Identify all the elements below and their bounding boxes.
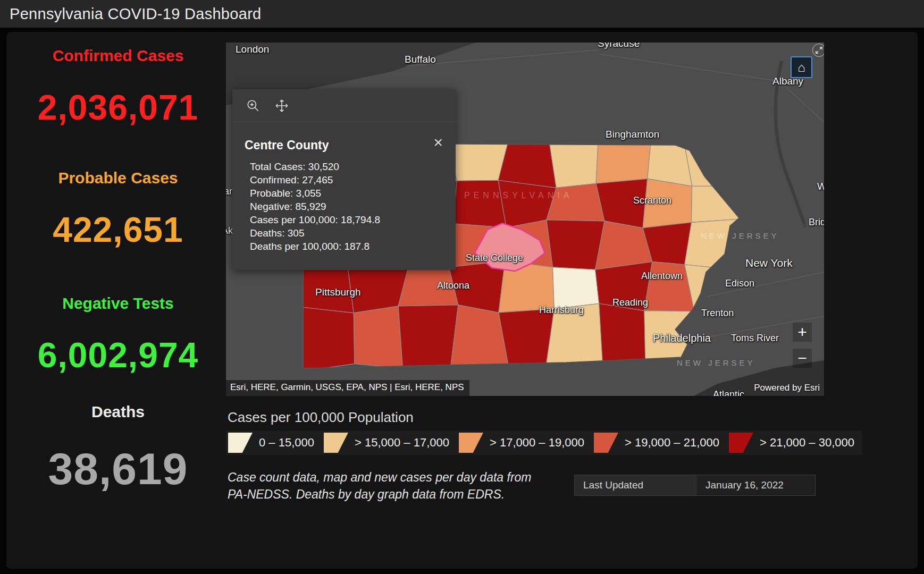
stat-negative-tests: Negative Tests 6,002,974	[10, 294, 226, 375]
app-header: Pennsylvania COVID-19 Dashboard	[0, 0, 924, 28]
zoom-out-button[interactable]: −	[793, 349, 812, 368]
map-city-label: Brid	[809, 217, 824, 228]
expand-icon	[815, 46, 823, 54]
legend-label: > 15,000 – 17,000	[355, 436, 449, 450]
map-popup: Centre County × Total Cases: 30,520 Conf…	[232, 89, 456, 270]
legend-item: 0 – 15,000	[226, 430, 322, 455]
last-updated-label: Last Updated	[575, 475, 697, 495]
home-button[interactable]: ⌂	[791, 56, 812, 78]
map-city-label: W	[817, 181, 824, 192]
stat-label: Negative Tests	[10, 294, 226, 313]
stat-value: 38,619	[10, 443, 226, 495]
close-icon[interactable]: ×	[433, 136, 443, 149]
map-city-label: Toms River	[731, 333, 779, 344]
map-city-label: London	[236, 44, 269, 55]
popup-stat-line: Probable: 3,055	[250, 187, 456, 200]
stat-label: Deaths	[10, 403, 226, 421]
map-city-label: Atlantic	[713, 389, 744, 396]
data-source-note: Case count data, map and new cases per d…	[228, 469, 539, 503]
stat-probable-cases: Probable Cases 422,651	[10, 169, 226, 250]
legend-swatch	[729, 433, 753, 453]
map-city-label: New York	[745, 257, 793, 269]
popup-stat-line: Confirmed: 27,465	[250, 173, 456, 187]
legend-swatch	[228, 433, 253, 453]
map-city-label: Allentown	[641, 271, 683, 282]
legend-title: Cases per 100,000 Population	[228, 409, 414, 426]
map-city-label: Philadelphia	[653, 332, 711, 344]
popup-title: Centre County	[245, 138, 329, 153]
stat-deaths: Deaths 38,619	[10, 403, 226, 495]
legend-item: > 15,000 – 17,000	[322, 430, 457, 455]
popup-stat-line: Cases per 100,000: 18,794.8	[250, 213, 456, 226]
popup-stat-line: Deaths: 305	[250, 226, 456, 240]
stat-value: 422,651	[10, 209, 226, 250]
popup-stat-line: Negative: 85,929	[250, 200, 456, 213]
stat-confirmed-cases: Confirmed Cases 2,036,071	[10, 47, 226, 128]
stat-label: Probable Cases	[10, 169, 226, 187]
popup-stat-line: Deaths per 100,000: 187.8	[250, 240, 456, 253]
zoom-to-icon[interactable]	[246, 99, 260, 113]
last-updated: Last Updated January 16, 2022	[574, 475, 816, 496]
home-icon: ⌂	[797, 60, 805, 75]
stat-value: 6,002,974	[10, 335, 226, 375]
popup-stat-line: Total Cases: 30,520	[250, 160, 456, 173]
map-attribution: Esri, HERE, Garmin, USGS, EPA, NPS | Esr…	[226, 380, 469, 396]
legend-label: > 19,000 – 21,000	[625, 436, 719, 450]
map-city-label: Reading	[612, 297, 648, 308]
map-city-label: Altoona	[437, 280, 469, 291]
map-city-label: Harrisburg	[539, 305, 584, 316]
region-label-new-jersey: NEW JERSEY	[701, 231, 779, 240]
legend-label: > 21,000 – 30,000	[760, 436, 854, 450]
pan-icon[interactable]	[275, 99, 289, 113]
stat-value: 2,036,071	[10, 87, 226, 128]
zoom-in-button[interactable]: +	[793, 323, 812, 342]
expand-button[interactable]	[812, 44, 824, 57]
legend-item: > 21,000 – 30,000	[727, 430, 862, 455]
legend-swatch	[324, 433, 348, 453]
map-city-label: Binghamton	[606, 129, 659, 140]
map-city-label: Trenton	[701, 308, 734, 319]
map-city-label: Scranton	[633, 195, 671, 206]
legend-item: > 19,000 – 21,000	[592, 430, 727, 455]
legend-swatch	[594, 433, 618, 453]
popup-stats: Total Cases: 30,520 Confirmed: 27,465 Pr…	[232, 153, 456, 253]
popup-toolbar	[232, 89, 456, 122]
state-name-label: PENNSYLVANIA	[464, 191, 573, 200]
last-updated-value: January 16, 2022	[697, 475, 815, 495]
map-city-label: Buffalo	[405, 54, 436, 65]
stat-label: Confirmed Cases	[10, 47, 226, 65]
legend-label: 0 – 15,000	[259, 436, 314, 450]
map-city-label: Edison	[725, 278, 754, 289]
legend-item: > 17,000 – 19,000	[457, 430, 592, 455]
map-city-label: Pittsburgh	[315, 286, 361, 298]
map-city-label: Syracuse	[598, 43, 640, 49]
map-city-label: State College	[466, 252, 523, 264]
legend-swatch	[459, 433, 483, 453]
legend-label: > 17,000 – 19,000	[490, 436, 584, 450]
map-container[interactable]: PENNSYLVANIA NEW JERSEY NEW JERSEY Londo…	[226, 43, 824, 396]
legend: 0 – 15,000 > 15,000 – 17,000 > 17,000 – …	[226, 430, 824, 455]
powered-by-esri: Powered by Esri	[754, 383, 820, 393]
page-title: Pennsylvania COVID-19 Dashboard	[10, 5, 262, 23]
region-label-new-jersey: NEW JERSEY	[677, 358, 755, 367]
